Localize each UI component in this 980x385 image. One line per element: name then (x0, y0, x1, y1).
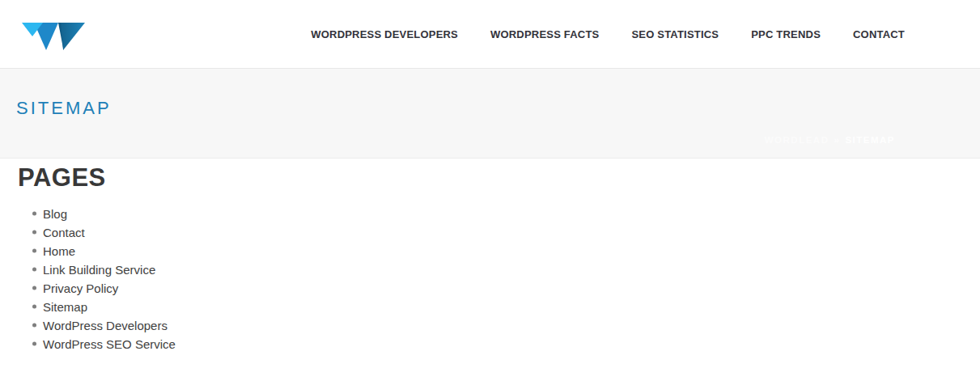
list-item: Blog (32, 205, 980, 223)
pages-heading: PAGES (18, 163, 980, 192)
nav-item-seo-statistics: SEO STATISTICS (631, 27, 719, 41)
page-link-privacy-policy[interactable]: Privacy Policy (43, 281, 118, 295)
logo-link[interactable] (20, 15, 87, 53)
breadcrumb-current: SITEMAP (845, 135, 895, 145)
nav-item-wordpress-facts: WORDPRESS FACTS (490, 27, 599, 41)
page-title: SITEMAP (16, 98, 980, 119)
nav-link-seo-statistics[interactable]: SEO STATISTICS (631, 28, 719, 40)
site-header: WORDPRESS DEVELOPERS WORDPRESS FACTS SEO… (0, 0, 980, 69)
list-item: Sitemap (32, 298, 980, 316)
page-link-link-building-service[interactable]: Link Building Service (43, 263, 155, 277)
page-link-home[interactable]: Home (43, 244, 75, 258)
page-link-wordpress-developers[interactable]: WordPress Developers (43, 319, 168, 332)
breadcrumb-home-link[interactable]: WORDLEAD (765, 135, 829, 145)
page-link-contact[interactable]: Contact (43, 226, 85, 239)
sitemap-page: WORDPRESS DEVELOPERS WORDPRESS FACTS SEO… (0, 0, 980, 385)
main-content: PAGES Blog Contact Home Link Building Se… (0, 163, 980, 353)
nav-item-ppc-trends: PPC TRENDS (751, 27, 821, 41)
nav-link-ppc-trends[interactable]: PPC TRENDS (751, 28, 821, 40)
page-link-blog[interactable]: Blog (43, 207, 67, 221)
nav-list: WORDPRESS DEVELOPERS WORDPRESS FACTS SEO… (311, 27, 905, 41)
list-item: Home (32, 242, 980, 260)
wordlead-logo-icon (20, 15, 87, 53)
breadcrumb-separator: » (834, 135, 840, 145)
breadcrumb: WORDLEAD»SITEMAP (765, 135, 895, 145)
nav-link-contact[interactable]: CONTACT (853, 28, 905, 40)
list-item: Privacy Policy (32, 279, 980, 298)
page-link-sitemap[interactable]: Sitemap (43, 300, 87, 314)
pages-list: Blog Contact Home Link Building Service … (18, 205, 980, 353)
page-title-banner: SITEMAP WORDLEAD»SITEMAP (0, 69, 980, 159)
page-link-wordpress-seo-service[interactable]: WordPress SEO Service (43, 337, 176, 351)
nav-item-wordpress-developers: WORDPRESS DEVELOPERS (311, 27, 458, 41)
nav-link-wordpress-developers[interactable]: WORDPRESS DEVELOPERS (311, 28, 458, 40)
list-item: WordPress SEO Service (32, 335, 980, 353)
main-nav: WORDPRESS DEVELOPERS WORDPRESS FACTS SEO… (311, 27, 905, 41)
nav-link-wordpress-facts[interactable]: WORDPRESS FACTS (490, 28, 599, 40)
list-item: Link Building Service (32, 260, 980, 279)
list-item: Contact (32, 223, 980, 242)
nav-item-contact: CONTACT (853, 27, 905, 41)
list-item: WordPress Developers (32, 316, 980, 335)
